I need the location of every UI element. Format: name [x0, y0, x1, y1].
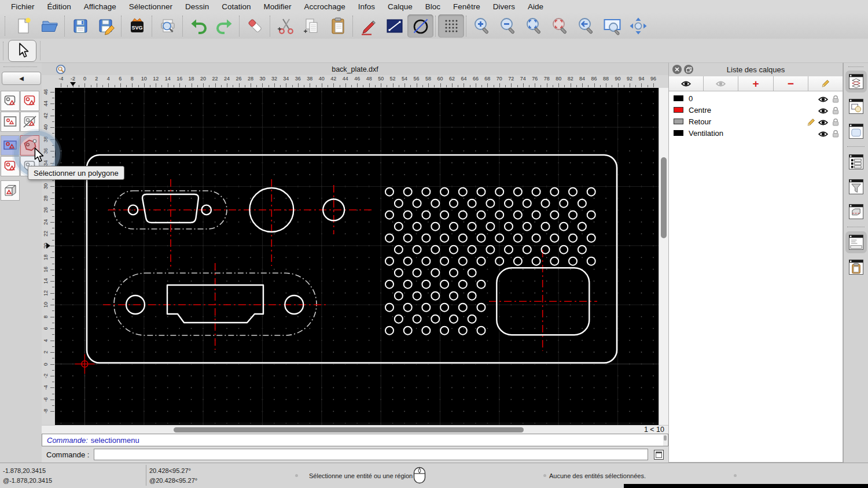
zoom-auto-button[interactable] [521, 14, 547, 38]
selection-filter-dock-button[interactable] [845, 176, 867, 198]
history-scrollbar[interactable] [663, 435, 667, 446]
save-as-button[interactable] [93, 14, 119, 38]
layer-row-ventilation[interactable]: Ventilation [669, 127, 843, 139]
menu-item-5[interactable]: Dessin [179, 2, 215, 11]
ruler-tick [185, 85, 186, 87]
select-arrow-tool[interactable] [8, 40, 36, 62]
menu-item-7[interactable]: Modifier [257, 2, 297, 11]
ruler-tick [227, 83, 227, 87]
command-options-button[interactable] [654, 450, 664, 460]
ruler-tick [52, 394, 54, 394]
undo-button[interactable] [185, 14, 211, 38]
menu-item-4[interactable]: Sélectionner [123, 2, 179, 11]
ruler-tick [50, 210, 54, 210]
line-tool-button[interactable] [381, 14, 407, 38]
ruler-tick [434, 85, 435, 87]
pen-edit-button[interactable] [355, 14, 381, 38]
print-preview-button[interactable] [155, 14, 181, 38]
menu-item-8[interactable]: Accrochage [297, 2, 351, 11]
vertical-scrollbar[interactable] [659, 88, 668, 425]
ruler-tick [50, 400, 54, 400]
ruler-tick [499, 83, 500, 87]
remove-layer-button[interactable]: − [774, 76, 808, 91]
zoom-out-icon [498, 16, 518, 36]
zoom-in-button[interactable] [469, 14, 495, 38]
paste-button[interactable] [325, 14, 351, 38]
zoom-pan-button[interactable] [625, 14, 651, 38]
back-to-main-tools-button[interactable]: ◀ [2, 72, 41, 85]
toolbar-grip[interactable] [5, 16, 8, 36]
layer-color-swatch[interactable] [674, 95, 683, 101]
menu-item-3[interactable]: Affichage [78, 2, 123, 11]
export-svg-button[interactable]: SVG [124, 14, 150, 38]
select-all-entities-tool[interactable] [20, 91, 39, 111]
circle-tool-button[interactable] [407, 14, 433, 38]
library-browser-icon [848, 123, 864, 140]
ruler-tick [375, 85, 376, 87]
entity-list-icon [848, 153, 864, 171]
clipboard-panel-dock-button[interactable] [845, 256, 867, 278]
show-all-layers-button[interactable] [669, 76, 704, 91]
zoom-out-button[interactable] [495, 14, 521, 38]
menu-item-9[interactable]: Infos [352, 2, 381, 11]
ruler-tick [197, 85, 198, 87]
layer-color-swatch[interactable] [674, 119, 683, 124]
layer-row-0[interactable]: 0 [669, 93, 843, 104]
horizontal-scroll-thumb[interactable] [174, 427, 524, 432]
layer-visibility-toggle[interactable] [818, 130, 828, 140]
layer-name: 0 [689, 94, 693, 103]
drawing-canvas[interactable] [55, 88, 659, 425]
menu-item-13[interactable]: Divers [487, 2, 521, 11]
menu-item-2[interactable]: Édition [41, 2, 78, 11]
vertical-scroll-thumb[interactable] [661, 157, 667, 238]
zoom-window-button[interactable] [599, 14, 625, 38]
select-entity-tool[interactable] [1, 91, 20, 111]
layer-row-centre[interactable]: Centre [669, 104, 843, 116]
toolbar-separator [121, 16, 122, 36]
menu-item-12[interactable]: Fenêtre [447, 2, 487, 11]
add-layer-button[interactable]: + [738, 76, 773, 91]
section-view-dock-button[interactable] [845, 201, 867, 223]
horizontal-scrollbar[interactable]: 1 < 10 [42, 425, 668, 434]
menu-item-1[interactable]: Fichier [5, 2, 41, 11]
block-list-dock-button[interactable] [845, 95, 867, 117]
ruler-tick [52, 180, 54, 181]
layer-color-swatch[interactable] [674, 130, 683, 136]
grid-toggle-button[interactable] [438, 14, 464, 38]
zoom-previous-button[interactable] [547, 14, 573, 38]
menu-item-14[interactable]: Aide [521, 2, 550, 11]
select-window-tool[interactable] [1, 112, 20, 132]
copy-button[interactable] [299, 14, 325, 38]
command-input[interactable] [94, 449, 648, 460]
ruler-tick [399, 85, 399, 87]
toolbar-separator [152, 16, 153, 36]
command-history-prefix: Commande: [47, 436, 88, 445]
edit-layer-button[interactable] [808, 76, 843, 91]
ruler-tick [150, 85, 150, 87]
ruler-tick [209, 85, 209, 87]
panel-grip[interactable] [3, 66, 37, 67]
dock-grip[interactable] [848, 66, 863, 67]
erase-button[interactable] [242, 14, 268, 38]
layer-lock-toggle[interactable] [832, 130, 839, 141]
save-file-button[interactable] [67, 14, 93, 38]
cut-button[interactable] [273, 14, 299, 38]
zoom-back-button[interactable] [573, 14, 599, 38]
command-widget-dock-button[interactable] [845, 231, 867, 253]
document-title[interactable]: back_plate.dxf [42, 65, 668, 73]
toolbar-grip[interactable] [3, 42, 3, 60]
hide-all-layers-button[interactable] [704, 76, 738, 91]
invert-selection-tool[interactable] [1, 180, 20, 201]
library-browser-dock-button[interactable] [845, 120, 867, 142]
layer-row-retour[interactable]: Retour [669, 116, 843, 127]
open-file-button[interactable] [36, 14, 62, 38]
layer-color-swatch[interactable] [674, 107, 683, 113]
entity-list-dock-button[interactable] [845, 151, 867, 173]
deselect-window-tool[interactable] [20, 112, 39, 132]
menu-item-6[interactable]: Cotation [215, 2, 257, 11]
new-file-button[interactable] [10, 14, 36, 38]
layer-list-dock-button[interactable] [845, 71, 867, 93]
menu-item-10[interactable]: Calque [381, 2, 419, 11]
menu-item-11[interactable]: Bloc [419, 2, 447, 11]
redo-button[interactable] [211, 14, 237, 38]
